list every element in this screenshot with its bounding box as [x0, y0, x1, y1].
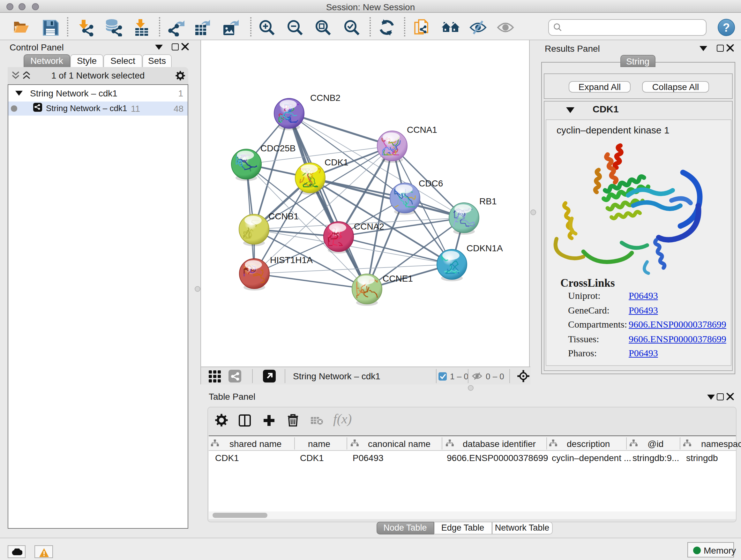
svg-text:CDK1: CDK1: [325, 158, 348, 167]
svg-text:CDC6: CDC6: [419, 179, 443, 188]
svg-text:RB1: RB1: [479, 196, 496, 206]
svg-text:CCNB2: CCNB2: [310, 93, 340, 103]
svg-text:CDC25B: CDC25B: [260, 143, 295, 153]
svg-text:CCNE1: CCNE1: [383, 273, 413, 284]
svg-text:?: ?: [723, 21, 730, 34]
svg-text:CCNA2: CCNA2: [354, 222, 384, 232]
svg-text:CCNA1: CCNA1: [407, 125, 437, 135]
svg-text:CDKN1A: CDKN1A: [467, 243, 503, 253]
svg-text:CCNB1: CCNB1: [268, 211, 299, 221]
svg-text:HIST1H1A: HIST1H1A: [270, 255, 313, 265]
